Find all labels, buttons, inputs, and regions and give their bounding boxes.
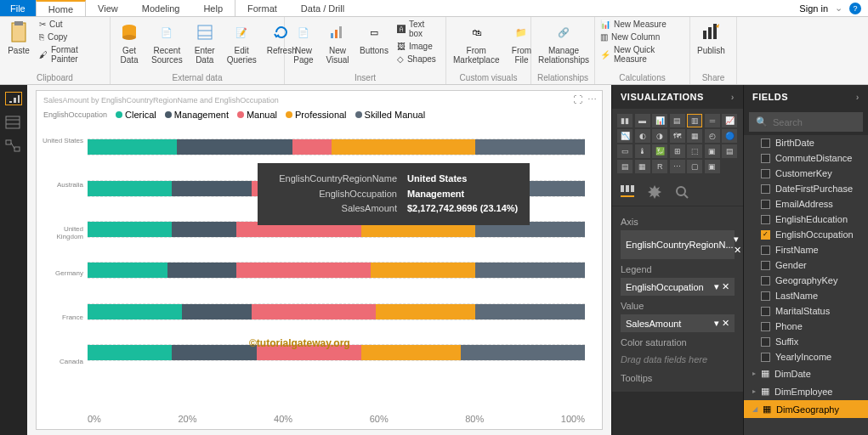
analytics-tab-icon[interactable] [675, 185, 689, 199]
viz-type-thumb[interactable]: R [652, 160, 667, 173]
edit-queries-button[interactable]: 📝Edit Queries [224, 19, 260, 66]
bar-segment[interactable] [88, 222, 172, 237]
data-view-icon[interactable] [5, 116, 22, 129]
bar-segment[interactable] [475, 139, 585, 155]
field-checkbox[interactable] [761, 337, 770, 347]
viz-type-thumb[interactable]: ▭ [617, 144, 633, 158]
field-column[interactable]: YearlyIncome [744, 349, 868, 364]
paste-button[interactable]: Paste [3, 19, 34, 57]
viz-type-thumb[interactable]: ⊞ [670, 144, 685, 158]
bar-segment[interactable] [88, 181, 172, 196]
field-column[interactable]: CustomerKey [744, 166, 868, 181]
bar-segment[interactable] [88, 263, 167, 278]
visual-container[interactable]: SalesAmount by EnglishCountryRegionName … [36, 90, 603, 430]
field-checkbox[interactable] [761, 276, 770, 285]
help-tab[interactable]: Help [191, 0, 235, 16]
legend-item[interactable]: Manual [237, 110, 277, 120]
expand-icon[interactable]: ▸ [752, 387, 756, 395]
viz-type-thumb[interactable]: 📉 [617, 129, 633, 143]
bar-segment[interactable] [332, 139, 475, 155]
model-view-icon[interactable] [5, 139, 22, 153]
viz-type-thumb[interactable]: ▢ [687, 160, 702, 173]
publish-button[interactable]: Publish [694, 19, 729, 57]
bar-segment[interactable] [172, 222, 236, 237]
focus-mode-icon[interactable]: ⛶ [573, 94, 582, 105]
textbox-button[interactable]: 🅰Text box [395, 19, 442, 39]
view-tab[interactable]: View [86, 0, 130, 16]
viz-type-thumb[interactable]: 🌡 [635, 144, 650, 158]
field-checkbox[interactable] [761, 291, 770, 301]
field-column[interactable]: EnglishEducation [744, 212, 868, 227]
legend-item[interactable]: Clerical [116, 110, 156, 120]
image-button[interactable]: 🖼Image [395, 41, 442, 52]
bar-segment[interactable] [182, 304, 252, 319]
viz-type-thumb[interactable]: ▤ [617, 160, 633, 173]
viz-type-thumb[interactable]: ▮▮ [617, 114, 633, 127]
legend-item[interactable]: Skilled Manual [355, 110, 426, 120]
format-tab[interactable]: Format [235, 0, 289, 16]
field-checkbox[interactable] [761, 261, 770, 270]
modeling-tab[interactable]: Modeling [130, 0, 192, 16]
field-checkbox[interactable] [761, 322, 770, 331]
cut-button[interactable]: ✂Cut [37, 19, 106, 30]
field-checkbox[interactable] [761, 200, 770, 209]
from-marketplace-button[interactable]: 🛍From Marketplace [450, 19, 502, 66]
expand-icon[interactable]: ◢ [752, 405, 757, 413]
chevron-down-icon[interactable]: ⌄ [835, 3, 842, 14]
field-column[interactable]: EnglishOccupation [744, 227, 868, 242]
viz-type-thumb[interactable]: ⬚ [687, 144, 702, 158]
report-view-icon[interactable] [5, 92, 22, 105]
bar-segment[interactable] [376, 304, 475, 319]
field-table[interactable]: ▸▦DimDate [744, 364, 868, 382]
expand-icon[interactable]: ▸ [752, 370, 756, 377]
viz-type-thumb[interactable]: ═ [705, 114, 720, 127]
bar-segment[interactable] [88, 304, 182, 319]
new-column-button[interactable]: ▥New Column [599, 31, 686, 42]
field-checkbox[interactable] [761, 138, 770, 148]
field-checkbox[interactable] [761, 215, 770, 224]
home-tab[interactable]: Home [36, 0, 86, 16]
collapse-fields-panel-icon[interactable]: › [856, 92, 859, 102]
field-checkbox[interactable] [761, 154, 770, 163]
legend-item[interactable]: Management [165, 110, 229, 120]
field-checkbox[interactable] [761, 230, 770, 240]
field-table[interactable]: ◢▦DimGeography [744, 400, 868, 418]
field-checkbox[interactable] [761, 307, 770, 316]
field-column[interactable]: Gender [744, 257, 868, 273]
bar-segment[interactable] [371, 263, 475, 278]
viz-type-thumb[interactable]: ◐ [635, 129, 650, 143]
field-column[interactable]: DateFirstPurchase [744, 181, 868, 196]
bar-segment[interactable] [88, 139, 177, 155]
field-checkbox[interactable] [761, 184, 770, 194]
search-box[interactable]: 🔍 [749, 112, 863, 132]
axis-well-value[interactable]: EnglishCountryRegionN...▾ ✕ [621, 230, 735, 259]
shapes-button[interactable]: ◇Shapes [395, 54, 442, 65]
get-data-button[interactable]: Get Data [114, 19, 145, 66]
format-painter-button[interactable]: 🖌Format Painter [37, 44, 106, 65]
copy-button[interactable]: ⎘Copy [37, 31, 106, 42]
bar-segment[interactable] [177, 139, 292, 155]
new-page-button[interactable]: 📄New Page [288, 19, 319, 66]
viz-type-thumb[interactable]: ▥ [687, 114, 702, 127]
viz-type-thumb[interactable]: 🗺 [670, 129, 685, 143]
file-tab[interactable]: File [0, 0, 36, 16]
field-checkbox[interactable] [761, 353, 770, 362]
bar-segment[interactable] [361, 345, 461, 360]
enter-data-button[interactable]: Enter Data [190, 19, 220, 66]
new-visual-button[interactable]: New Visual [322, 19, 353, 66]
recent-sources-button[interactable]: 📄Recent Sources [148, 19, 186, 66]
field-column[interactable]: FirstName [744, 242, 868, 257]
viz-type-thumb[interactable]: 📈 [722, 114, 737, 127]
sign-in-link[interactable]: Sign in [799, 3, 828, 14]
field-column[interactable]: CommuteDistance [744, 150, 868, 166]
fields-tab-icon[interactable] [621, 185, 634, 197]
color-sat-placeholder[interactable]: Drag data fields here [621, 351, 735, 368]
field-checkbox[interactable] [761, 246, 770, 255]
bar-segment[interactable] [475, 304, 585, 319]
buttons-button[interactable]: ▭Buttons [356, 19, 392, 57]
viz-type-thumb[interactable]: ◑ [652, 129, 667, 143]
bar-segment[interactable] [88, 345, 172, 360]
field-column[interactable]: LastName [744, 288, 868, 303]
legend-item[interactable]: Professional [286, 110, 347, 120]
new-measure-button[interactable]: 📊New Measure [599, 19, 686, 30]
